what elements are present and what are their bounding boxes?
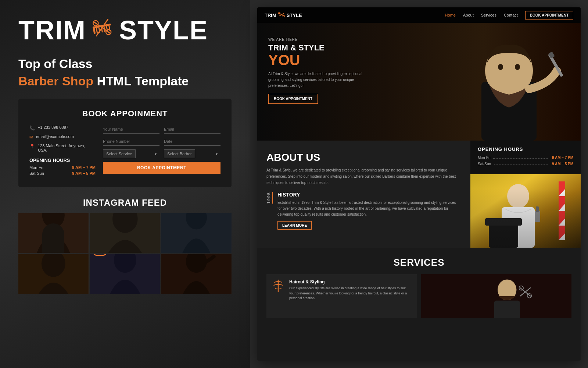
hero-content: WE ARE HERE TRIM & STYLE YOU At Trim & S…: [257, 23, 581, 118]
oh-weekend: Sat-Sun: [478, 162, 491, 166]
svg-rect-20: [18, 254, 89, 294]
email-input[interactable]: [164, 125, 220, 134]
svg-rect-14: [43, 235, 64, 253]
hero-book-button[interactable]: Book Appointment: [268, 94, 318, 104]
tagline-line1: Top of Class: [18, 57, 232, 71]
opening-hours-title: OPENING HOURS: [29, 158, 96, 163]
instagram-title: INSTAGRAM FEED: [18, 198, 232, 208]
svg-rect-24: [93, 254, 106, 255]
service-name-1: Haircut & Styling: [289, 279, 412, 284]
instagram-item-5[interactable]: [90, 254, 160, 294]
svg-point-13: [42, 213, 65, 228]
nav-link-services[interactable]: Services: [481, 13, 496, 17]
site-logo-right: STYLE: [287, 13, 302, 18]
history-year: 1995: [266, 192, 273, 204]
logo-area: TRIM STYLE: [18, 15, 232, 46]
weekend-label: Sat-Sun: [29, 171, 44, 176]
service-select[interactable]: Select Service Haircut Shave Beard Trim: [103, 149, 136, 158]
oh-title: OPENING HOURS: [478, 146, 573, 152]
tagline-line2: Barber Shop HTML Template: [18, 74, 232, 88]
history-section: 1995 HISTORY Established in 1995, Trim &…: [266, 192, 461, 230]
site-scissors-icon: [278, 12, 285, 18]
form-row-1: [103, 125, 220, 134]
address-text: 123 Main Street, Anytown, USA.: [38, 144, 96, 152]
svg-rect-22: [90, 254, 160, 294]
date-input[interactable]: [164, 137, 220, 146]
barber-select-wrapper: Select Barber Barber 1 Barber 2: [164, 149, 220, 158]
site-about-section: ABOUT US At Trim & Style, we are dedicat…: [257, 141, 581, 248]
site-logo: TRIM STYLE: [265, 12, 302, 18]
instagram-item-6[interactable]: [161, 254, 232, 294]
nav-book-button[interactable]: Book Appointment: [525, 11, 573, 20]
site-logo-left: TRIM: [265, 13, 276, 18]
instagram-item-3[interactable]: [161, 213, 232, 253]
hours-row-weekday: Mon-Fri 9 AM – 7 PM: [29, 165, 96, 170]
hero-we-are: WE ARE HERE: [268, 38, 570, 42]
address-item: 📍 123 Main Street, Anytown, USA.: [29, 144, 96, 152]
service-select-wrapper: Select Service Haircut Shave Beard Trim: [103, 149, 159, 158]
site-hero: WE ARE HERE TRIM & STYLE YOU At Trim & S…: [257, 23, 581, 141]
nav-link-contact[interactable]: Contact: [504, 13, 518, 17]
oh-weekday: Mon-Fri: [478, 156, 490, 160]
oh-dots-2: [494, 162, 549, 165]
phone-item: 📞 +1 233 898 0897: [29, 125, 96, 131]
svg-rect-44: [502, 207, 535, 248]
contact-info: 📞 +1 233 898 0897 ✉ email@example.com 📍 …: [29, 125, 96, 177]
about-content: ABOUT US At Trim & Style, we are dedicat…: [257, 141, 470, 248]
oh-row-weekday: Mon-Fri 9 AM – 7 PM: [478, 156, 573, 160]
svg-rect-52: [494, 301, 520, 318]
book-appointment-button[interactable]: Book Appointment: [103, 162, 220, 174]
nav-link-about[interactable]: About: [463, 13, 474, 17]
email-icon: ✉: [29, 135, 33, 140]
instagram-item-4[interactable]: [18, 254, 89, 294]
svg-point-16: [112, 213, 138, 233]
service-card-1: Haircut & Styling Our experienced stylis…: [266, 274, 417, 318]
book-appointment-card: BOOK APPOINMENT 📞 +1 233 898 0897 ✉ emai…: [18, 99, 232, 187]
phone-number: +1 233 898 0897: [38, 125, 68, 130]
scissors-comb-icon: [87, 13, 118, 48]
name-input[interactable]: [103, 125, 159, 134]
barber-photo: [470, 174, 581, 248]
opening-hours-box: OPENING HOURS Mon-Fri 9 AM – 7 PM Sat-Su…: [470, 141, 581, 174]
about-title: ABOUT US: [266, 152, 461, 163]
svg-point-23: [114, 254, 136, 273]
website-preview: TRIM STYLE Home About Services Contact B…: [257, 7, 581, 361]
book-card-body: 📞 +1 233 898 0897 ✉ email@example.com 📍 …: [29, 125, 220, 177]
svg-rect-42: [559, 181, 565, 240]
learn-more-button[interactable]: Learn More: [277, 221, 312, 230]
instagram-item-1[interactable]: [18, 213, 89, 253]
oh-dots-1: [493, 156, 549, 159]
svg-rect-12: [18, 213, 89, 253]
svg-point-43: [507, 184, 529, 208]
service-icon-box-1: [272, 279, 285, 293]
weekend-hours: 9 AM – 5 PM: [72, 171, 96, 176]
oh-weekend-time: 9 AM – 5 PM: [552, 162, 573, 166]
instagram-item-2[interactable]: [90, 213, 160, 253]
hours-row-weekend: Sat-Sun 9 AM – 5 PM: [29, 171, 96, 176]
svg-rect-15: [90, 213, 160, 253]
logo-text-right: STYLE: [119, 17, 208, 43]
weekday-label: Mon-Fri: [29, 165, 43, 170]
history-title: HISTORY: [277, 192, 461, 198]
services-title: SERVICES: [266, 257, 571, 268]
oh-row-weekend: Sat-Sun 9 AM – 5 PM: [478, 162, 573, 166]
svg-rect-27: [161, 254, 232, 294]
appointment-form: Select Service Haircut Shave Beard Trim …: [103, 125, 220, 177]
nav-links: Home About Services Contact Book Appoint…: [445, 11, 573, 20]
nav-link-home[interactable]: Home: [445, 13, 456, 17]
about-description: At Trim & Style, we are dedicated to pro…: [266, 167, 461, 186]
site-navbar: TRIM STYLE Home About Services Contact B…: [257, 7, 581, 23]
phone-input[interactable]: [103, 137, 159, 146]
svg-point-28: [186, 254, 207, 273]
instagram-grid: [18, 213, 232, 294]
email-address: email@example.com: [36, 134, 74, 139]
tagline-white: HTML Template: [97, 74, 189, 88]
hero-title-2: YOU: [268, 53, 570, 67]
site-services-section: SERVICES Haircut & Styling Our experienc…: [257, 248, 581, 328]
barber-select[interactable]: Select Barber Barber 1 Barber 2: [164, 149, 195, 158]
weekday-hours: 9 AM – 7 PM: [72, 165, 96, 170]
svg-point-18: [186, 213, 207, 229]
about-right: OPENING HOURS Mon-Fri 9 AM – 7 PM Sat-Su…: [470, 141, 581, 248]
services-grid: Haircut & Styling Our experienced stylis…: [266, 274, 571, 318]
svg-rect-17: [161, 213, 232, 253]
